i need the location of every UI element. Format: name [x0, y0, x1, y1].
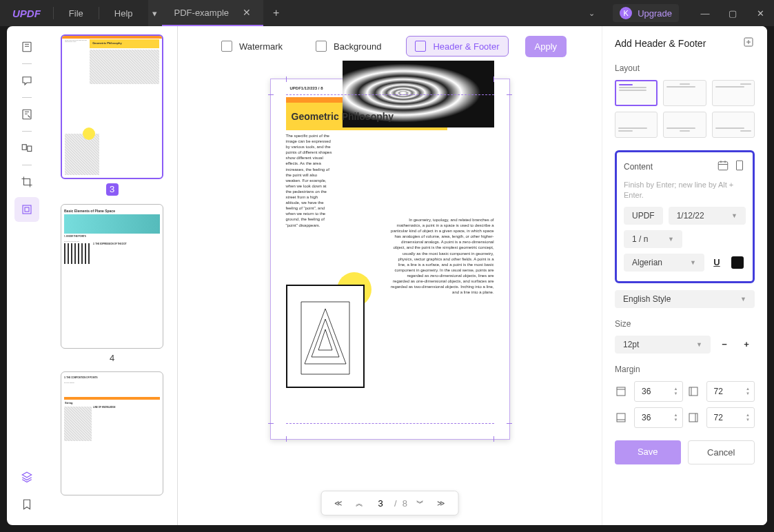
crop-icon[interactable]: [14, 170, 39, 194]
font-select[interactable]: Algerian▼: [624, 254, 704, 272]
watermark-icon: [221, 41, 232, 52]
svg-rect-5: [25, 207, 29, 212]
header-footer-button[interactable]: Header & Footer: [406, 36, 508, 57]
upgrade-label: Upgrade: [638, 8, 672, 19]
titlebar: UPDF File Help ▾ PDF-example ✕ + ⌄ K Upg…: [0, 0, 774, 26]
close-button[interactable]: ✕: [746, 8, 774, 19]
thumbnail-page-5[interactable]: 3. THE COMPOSITION OF POINTS text filler…: [61, 371, 163, 495]
margin-right-icon: [687, 411, 700, 424]
reader-icon[interactable]: [14, 34, 39, 59]
thumbnail-number: 4: [61, 353, 163, 363]
svg-rect-2: [22, 145, 26, 150]
margin-right-input[interactable]: 72▲▼: [706, 407, 755, 428]
cancel-button[interactable]: Cancel: [688, 440, 755, 464]
layout-label: Layout: [615, 63, 755, 73]
color-button[interactable]: [729, 254, 746, 271]
margin-top-input[interactable]: 36▲▼: [634, 381, 683, 402]
last-page-icon[interactable]: ≫: [432, 494, 450, 512]
chevron-down-icon[interactable]: ⌄: [571, 9, 613, 18]
layout-option-6[interactable]: [712, 112, 755, 138]
edit-icon[interactable]: [14, 102, 39, 127]
header-text: UPDF1/12/223 / 8: [290, 86, 323, 90]
background-button[interactable]: Background: [307, 37, 389, 56]
left-rail: [7, 26, 47, 525]
layout-option-3[interactable]: [712, 80, 755, 106]
save-button[interactable]: Save: [615, 440, 681, 464]
svg-rect-11: [617, 413, 625, 422]
organize-icon[interactable]: [14, 136, 39, 161]
date-select[interactable]: 1/12/22▼: [669, 207, 746, 225]
canvas-area: Watermark Background Header & Footer App…: [178, 26, 602, 525]
page-text-right: In geometry, topology, and related branc…: [391, 217, 494, 295]
svg-rect-10: [689, 387, 697, 396]
page-number-input[interactable]: [371, 498, 390, 509]
comment-icon[interactable]: [14, 68, 39, 93]
new-tab-button[interactable]: +: [263, 7, 289, 19]
next-page-icon[interactable]: ︾: [411, 494, 429, 512]
page-icon[interactable]: [733, 159, 746, 174]
thumbnail-page-3[interactable]: Lorem ipsum dolor sit amet text filler c…: [61, 34, 163, 179]
calendar-icon[interactable]: [717, 159, 729, 174]
panel-title: Add Header & Footer: [615, 38, 706, 49]
svg-rect-3: [28, 146, 32, 152]
margin-left-icon: [687, 385, 700, 398]
close-icon[interactable]: ✕: [243, 7, 251, 18]
tab-dropdown[interactable]: ▾: [148, 0, 162, 26]
thumbnail-page-4[interactable]: Basic Elements of Plane Space 1. KNOW TH…: [61, 204, 163, 349]
header-footer-icon: [415, 41, 426, 52]
first-page-icon[interactable]: ≪: [329, 494, 347, 512]
layout-option-1[interactable]: [615, 80, 658, 106]
background-icon: [316, 41, 327, 52]
size-label: Size: [615, 319, 755, 329]
properties-panel: Add Header & Footer Layout Content: [602, 26, 767, 525]
save-template-icon[interactable]: [742, 36, 755, 51]
svg-rect-7: [718, 162, 728, 170]
margin-top-icon: [615, 385, 627, 398]
layout-options: [615, 80, 755, 138]
minimize-button[interactable]: —: [691, 8, 719, 19]
avatar: K: [620, 7, 632, 19]
svg-rect-4: [23, 205, 31, 214]
tab-title: PDF-example: [174, 8, 229, 18]
svg-rect-8: [737, 161, 743, 170]
page-separator: /: [394, 498, 397, 509]
decrease-size-button[interactable]: −: [716, 336, 733, 353]
page-preview: UPDF1/12/223 / 8 Geometric Philosophy Th…: [270, 79, 510, 440]
content-section: Content Finish by Enter; new line by Alt…: [615, 150, 755, 283]
maximize-button[interactable]: ▢: [719, 8, 746, 19]
layout-option-2[interactable]: [663, 80, 706, 106]
menu-file[interactable]: File: [54, 8, 99, 19]
watermark-button[interactable]: Watermark: [213, 37, 291, 56]
bookmark-icon[interactable]: [14, 492, 39, 517]
prev-page-icon[interactable]: ︽: [350, 494, 368, 512]
margin-left-input[interactable]: 72▲▼: [706, 381, 755, 402]
margin-label: Margin: [615, 365, 755, 374]
thumbnail-number: 3: [106, 183, 119, 196]
apply-button[interactable]: Apply: [525, 36, 567, 57]
page-total: 8: [403, 498, 407, 509]
underline-button[interactable]: U: [709, 254, 725, 271]
content-label: Content: [624, 162, 653, 172]
page-text-left: The specific point of the image can be e…: [286, 133, 333, 228]
updf-tag[interactable]: UPDF: [624, 207, 663, 225]
app-logo: UPDF: [0, 8, 53, 19]
content-hint: Finish by Enter; new line by Alt + Enter…: [624, 180, 746, 201]
thumbnail-panel: Lorem ipsum dolor sit amet text filler c…: [47, 26, 178, 525]
page-navigation: ≪ ︽ / 8 ︾ ≫: [320, 491, 459, 515]
margin-bottom-icon: [615, 411, 627, 424]
svg-rect-9: [617, 387, 625, 396]
svg-rect-12: [689, 413, 697, 422]
menu-help[interactable]: Help: [99, 8, 148, 19]
upgrade-button[interactable]: K Upgrade: [613, 4, 679, 22]
page-format-select[interactable]: 1 / n▼: [624, 230, 682, 248]
margin-bottom-input[interactable]: 36▲▼: [634, 407, 683, 428]
size-select[interactable]: 12pt▼: [615, 336, 711, 354]
page-tools-icon[interactable]: [14, 197, 39, 222]
svg-rect-0: [23, 42, 31, 52]
layout-option-5[interactable]: [663, 112, 706, 138]
style-select[interactable]: English Style▼: [615, 290, 755, 308]
document-tab[interactable]: PDF-example ✕: [162, 0, 263, 26]
layers-icon[interactable]: [14, 464, 39, 489]
increase-size-button[interactable]: +: [738, 336, 755, 353]
layout-option-4[interactable]: [615, 112, 658, 138]
